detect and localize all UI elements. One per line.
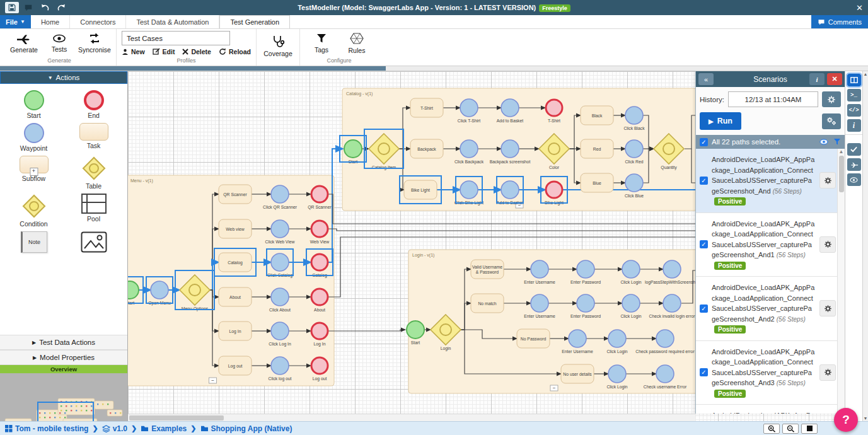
node-wp[interactable]: Click Red xyxy=(625,140,643,164)
reload-profiles-button[interactable]: Reload xyxy=(219,48,251,55)
toolbar-check-icon[interactable] xyxy=(847,143,861,156)
node-wp[interactable]: Click Login xyxy=(606,365,627,390)
node-task[interactable]: Backpack xyxy=(410,139,443,158)
node-wp[interactable]: Click Login xyxy=(606,330,627,354)
palette-item-waypoint[interactable]: Waypoint xyxy=(4,123,64,152)
node-task[interactable]: No Password xyxy=(517,329,550,348)
run-button[interactable]: ▶ Run xyxy=(700,112,741,130)
scenario-row[interactable]: ✓AndroidDevice_LoadAPK_AppPackage_LoadAp… xyxy=(696,213,845,277)
node-task[interactable]: About xyxy=(219,287,252,306)
subflow-container-menu[interactable] xyxy=(128,175,334,386)
toolbar-split-panel-icon[interactable] xyxy=(847,74,861,86)
redo-icon[interactable] xyxy=(54,2,68,13)
breadcrumb-item[interactable]: Tom - mobile testing xyxy=(5,424,88,433)
toolbar-plane-icon[interactable] xyxy=(847,158,861,171)
scenario-settings-button[interactable] xyxy=(819,172,836,188)
help-button[interactable]: ? xyxy=(834,408,858,432)
overview-minimap[interactable] xyxy=(0,373,127,421)
node-wp[interactable]: Click About xyxy=(269,288,291,312)
palette-item-condition[interactable]: Condition xyxy=(4,194,64,228)
toolbar-code-icon[interactable]: </> xyxy=(847,104,861,117)
publish-icon[interactable] xyxy=(21,2,35,13)
breadcrumb-item[interactable]: Examples xyxy=(141,424,187,433)
tab-connectors[interactable]: Connectors xyxy=(70,15,126,28)
canvas-horizontal-scrollbar-top[interactable] xyxy=(0,66,868,71)
breadcrumb-item[interactable]: Shopping App (Native) xyxy=(200,424,292,433)
scenario-settings-button[interactable] xyxy=(819,364,836,381)
page-vertical-scrollbar[interactable]: ▲▼ xyxy=(862,71,868,421)
scrollbar-thumb[interactable] xyxy=(129,415,224,420)
close-icon[interactable]: ✕ xyxy=(856,3,863,13)
toolbar-terminal-icon[interactable]: >_ xyxy=(847,89,861,102)
model-properties-header[interactable]: ▶ Model Properties xyxy=(0,350,127,365)
scenario-checkbox[interactable]: ✓ xyxy=(700,368,708,376)
node-task[interactable]: T-Shirt xyxy=(410,98,443,117)
tab-home[interactable]: Home xyxy=(31,15,70,28)
palette-item-pool[interactable]: Pool xyxy=(64,194,124,228)
collapse-panel-button[interactable]: « xyxy=(698,73,714,85)
edge[interactable] xyxy=(328,330,405,331)
toolbar-info-icon[interactable]: i xyxy=(847,119,861,132)
node-wp[interactable]: Click Black xyxy=(623,107,645,130)
edit-profile-button[interactable]: Edit xyxy=(153,48,175,55)
info-button[interactable]: i xyxy=(809,73,825,85)
profile-input[interactable] xyxy=(122,31,230,45)
scenario-checkbox[interactable]: ✓ xyxy=(700,240,708,248)
history-dropdown[interactable]: 12/13 at 11:04AM xyxy=(728,91,818,107)
breadcrumb-item[interactable]: v1.0 xyxy=(102,424,127,433)
close-panel-button[interactable]: ✕ xyxy=(827,73,842,85)
save-icon[interactable] xyxy=(5,2,19,13)
node-task[interactable]: Red xyxy=(581,139,613,158)
scenario-row[interactable]: ✓AndroidDevice_LoadAPK_AppPackage_LoadAp… xyxy=(696,149,845,213)
scrollbar-thumb[interactable] xyxy=(0,66,386,71)
scenario-checkbox[interactable]: ✓ xyxy=(700,177,708,185)
stop-button[interactable] xyxy=(801,424,818,434)
comments-button[interactable]: Comments xyxy=(811,15,868,28)
scenario-row[interactable]: ✓AndroidDevice_LoadAPK_AppPackage_LoadAp… xyxy=(696,341,845,405)
scenario-row[interactable]: ✓AndroidDevice_LoadAPK_AppPackage_LoadAp… xyxy=(696,405,845,414)
palette-item-note[interactable]: Note xyxy=(4,231,64,253)
generation-settings-button[interactable] xyxy=(822,113,841,129)
scroll-down-arrow[interactable]: ▼ xyxy=(864,416,868,420)
toolbar-eye-icon[interactable] xyxy=(847,173,861,186)
tab-test-generation[interactable]: Test Generation xyxy=(219,15,290,28)
node-task[interactable]: No user details xyxy=(561,364,594,383)
node-task[interactable]: Valid Username& Password xyxy=(471,260,504,279)
history-settings-button[interactable] xyxy=(822,91,841,107)
rules-button[interactable]: Rules xyxy=(340,31,373,55)
palette-item-task[interactable]: Task xyxy=(64,123,124,152)
node-task[interactable]: Web view xyxy=(219,219,252,238)
delete-profile-button[interactable]: Delete xyxy=(182,48,211,55)
node-end[interactable]: Log out xyxy=(311,357,328,381)
tags-button[interactable]: Tags xyxy=(305,32,338,55)
scrollbar-thumb[interactable] xyxy=(839,156,844,192)
syncronise-button[interactable]: Syncronise xyxy=(78,32,111,55)
node-task[interactable]: QR Scanner xyxy=(219,185,252,204)
filter-icon[interactable] xyxy=(833,138,841,146)
model-canvas[interactable]: Catalog - v(1)−Menu - v(1)−Login - v(1)−… xyxy=(128,71,845,421)
scenario-settings-button[interactable] xyxy=(819,300,836,316)
zoom-in-button[interactable] xyxy=(763,424,780,434)
palette-item-subflow[interactable]: Subflow xyxy=(4,156,64,190)
node-task[interactable]: Log In xyxy=(219,322,252,340)
coverage-button[interactable]: Coverage xyxy=(262,34,294,59)
tab-test-data-automation[interactable]: Test Data & Automation xyxy=(126,15,219,28)
node-end[interactable]: Log In xyxy=(311,323,328,347)
node-wp[interactable]: Click Login xyxy=(620,294,641,319)
palette-item-table[interactable]: Table xyxy=(64,156,124,190)
node-task[interactable]: Blue xyxy=(581,173,613,192)
canvas-horizontal-scrollbar[interactable] xyxy=(128,414,695,421)
node-wp[interactable]: Click Blue xyxy=(625,174,644,198)
scenario-row[interactable]: ✓AndroidDevice_LoadAPK_AppPackage_LoadAp… xyxy=(696,277,845,341)
palette-item-end[interactable]: End xyxy=(64,90,124,119)
tab-file[interactable]: File▼ xyxy=(0,15,31,28)
zoom-out-button[interactable] xyxy=(782,424,799,434)
node-wp[interactable]: Click Login xyxy=(620,260,641,285)
node-task[interactable]: Black xyxy=(581,106,613,125)
test-data-actions-header[interactable]: ▶ Test Data Actions xyxy=(0,335,127,350)
scenario-settings-button[interactable] xyxy=(819,236,836,253)
scroll-up-arrow[interactable]: ▲ xyxy=(864,72,868,76)
eye-icon[interactable] xyxy=(819,139,828,145)
actions-panel-header[interactable]: ▼ Actions xyxy=(0,71,127,84)
scenario-list-scrollbar[interactable]: ▲ xyxy=(837,149,845,414)
